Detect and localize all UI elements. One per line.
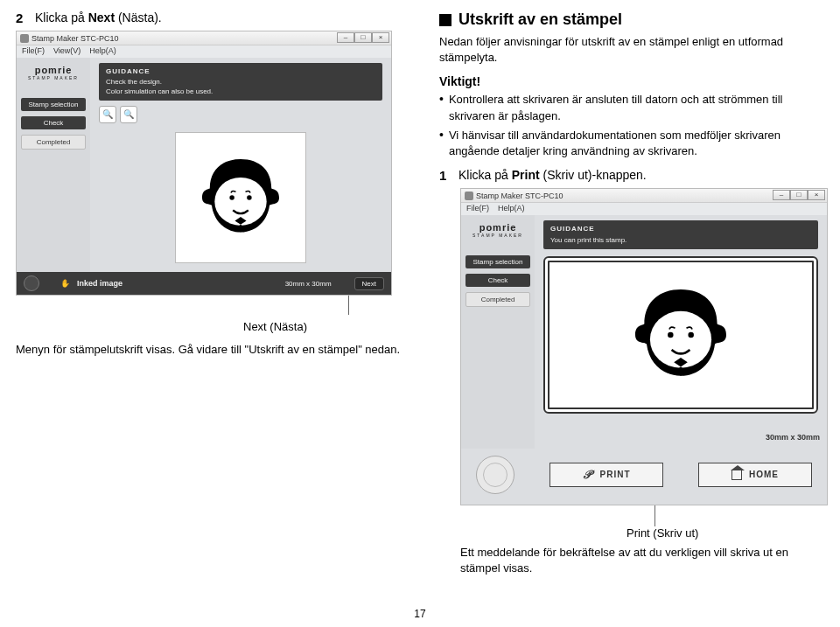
intro-text: Nedan följer anvisningar för utskrift av…: [439, 34, 824, 66]
leader-line: [348, 296, 418, 315]
next-caption: Next (Nästa): [243, 320, 418, 333]
svg-point-5: [688, 332, 694, 338]
sidebar-item-stamp-selection[interactable]: Stamp selection: [21, 98, 86, 111]
heading-text: Utskrift av en stämpel: [458, 10, 622, 29]
step-1-line: 1 Klicka på Print (Skriv ut)-knappen.: [439, 168, 824, 183]
step-number: 2: [16, 10, 28, 25]
close-button[interactable]: ×: [372, 32, 389, 43]
guidance-box-2: GUIDANCE You can print this stamp.: [543, 220, 818, 249]
minimize-button[interactable]: –: [337, 32, 354, 43]
bullet-2: Vi hänvisar till användardokumentationen…: [449, 128, 824, 159]
app-icon-2: [465, 192, 473, 200]
svg-point-1: [229, 195, 234, 200]
page-number: 17: [0, 608, 840, 620]
menu-help-2[interactable]: Help(A): [498, 204, 525, 214]
titlebar: Stamp Maker STC-PC10 – □ ×: [17, 31, 391, 45]
sidebar-2: pomrie STAMP MAKER Stamp selection Check…: [461, 215, 535, 449]
section-heading: Utskrift av en stämpel: [439, 10, 824, 29]
brand-subtext: STAMP MAKER: [28, 75, 79, 80]
important-label: Viktigt!: [439, 74, 824, 88]
brand-text-2: pomrie: [480, 222, 517, 233]
inked-image-label: Inked image: [77, 279, 122, 288]
sidebar-item-completed[interactable]: Completed: [21, 135, 86, 150]
step-text-pre: Klicka på: [35, 10, 88, 24]
sidebar-item-check-2[interactable]: Check: [466, 274, 530, 287]
brand-logo: pomrie STAMP MAKER: [28, 65, 79, 80]
step-2-line: 2 Klicka på Next (Nästa).: [16, 10, 418, 25]
size-label: 30mm x 30mm: [285, 280, 332, 288]
guidance-line1: Check the design.: [106, 78, 162, 86]
svg-point-2: [247, 195, 252, 200]
print-label: PRINT: [600, 470, 631, 479]
step-text-post: (Nästa).: [115, 10, 162, 24]
important-bullets: Kontrollera att skrivaren är ansluten ti…: [439, 92, 824, 159]
bottom-bar: ✋ Inked image 30mm x 30mm Next: [17, 272, 391, 295]
brand-logo-2: pomrie STAMP MAKER: [472, 222, 523, 238]
stamp-face-image: [192, 150, 289, 246]
bullet-1: Kontrollera att skrivaren är ansluten ti…: [449, 92, 824, 123]
menu-file[interactable]: File(F): [22, 46, 45, 57]
menu-view[interactable]: View(V): [53, 46, 80, 57]
print-script-icon: 𝒫: [583, 468, 593, 482]
home-label: HOME: [749, 470, 779, 479]
zoom-in-icon[interactable]: 🔍: [120, 106, 137, 123]
window-title-2: Stamp Maker STC-PC10: [476, 192, 564, 200]
menubar-2: File(F) Help(A): [461, 203, 827, 215]
home-icon: [732, 470, 742, 480]
guidance-box: GUIDANCE Check the design. Color simulat…: [99, 63, 382, 101]
seal-icon-2: [476, 456, 514, 494]
print-button[interactable]: 𝒫 PRINT: [550, 463, 663, 487]
palm-hand-icon: ✋: [60, 279, 70, 288]
menubar: File(F) View(V) Help(A): [17, 45, 391, 58]
close-button-2[interactable]: ×: [808, 190, 825, 200]
step-text-bold-r: Print: [512, 168, 540, 182]
maximize-button[interactable]: □: [354, 32, 372, 43]
step-text: Klicka på Next (Nästa).: [35, 10, 162, 25]
home-button[interactable]: HOME: [698, 463, 812, 487]
left-caption-body: Menyn för stämpelutskrift visas. Gå vida…: [16, 342, 418, 358]
step-number-r: 1: [439, 168, 452, 183]
square-bullet-icon: [439, 14, 452, 26]
sidebar-item-check[interactable]: Check: [21, 116, 86, 129]
print-caption: Print (Skriv ut): [626, 526, 824, 540]
step-text-pre-r: Klicka på: [458, 168, 512, 182]
size-label-2: 30mm x 30mm: [766, 433, 820, 442]
leader-line-r: [654, 505, 824, 526]
app-icon: [20, 34, 29, 43]
step-text-bold: Next: [88, 10, 115, 24]
svg-point-4: [668, 332, 674, 338]
brand-text: pomrie: [35, 65, 73, 75]
app-window-print: Stamp Maker STC-PC10 – □ × File(F) Help(…: [460, 188, 828, 505]
zoom-out-icon[interactable]: 🔍: [99, 106, 116, 123]
guidance-line1-2: You can print this stamp.: [550, 236, 626, 244]
menu-file-2[interactable]: File(F): [466, 204, 489, 214]
sidebar-item-completed-2[interactable]: Completed: [466, 292, 530, 307]
minimize-button-2[interactable]: –: [773, 190, 790, 200]
step-text-r: Klicka på Print (Skriv ut)-knappen.: [458, 168, 647, 183]
sidebar: pomrie STAMP MAKER Stamp selection Check…: [17, 58, 90, 272]
seal-icon: [24, 275, 39, 291]
next-button[interactable]: Next: [354, 277, 384, 290]
step-text-post-r: (Skriv ut)-knappen.: [540, 168, 647, 182]
maximize-button-2[interactable]: □: [790, 190, 808, 200]
titlebar-2: Stamp Maker STC-PC10 – □ ×: [461, 189, 827, 203]
stamp-area: [543, 256, 818, 414]
guidance-title-2: GUIDANCE: [550, 225, 811, 233]
brand-subtext-2: STAMP MAKER: [472, 233, 523, 238]
sidebar-item-stamp-selection-2[interactable]: Stamp selection: [466, 255, 530, 268]
menu-help[interactable]: Help(A): [89, 46, 116, 57]
footer-bar: 𝒫 PRINT HOME: [461, 449, 827, 505]
stamp-preview-canvas: [175, 132, 306, 263]
print-caption-body: Ett meddelande för bekräftelse av att du…: [460, 545, 824, 576]
guidance-line2: Color simulation can also be used.: [106, 87, 213, 95]
app-window-check: Stamp Maker STC-PC10 – □ × File(F) View(…: [16, 31, 392, 296]
guidance-title: GUIDANCE: [106, 67, 375, 76]
window-title: Stamp Maker STC-PC10: [32, 34, 119, 43]
stamp-face-image-2: [624, 278, 738, 392]
